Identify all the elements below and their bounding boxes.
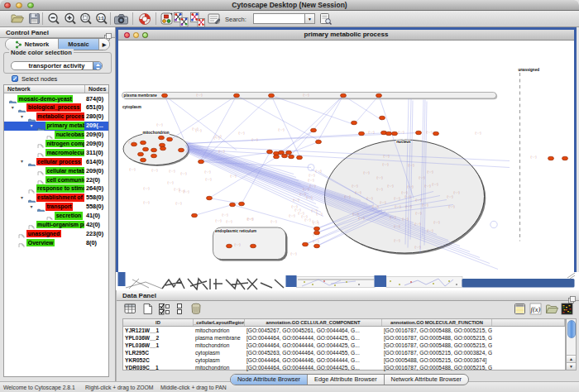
table-row[interactable]: YPL036W__2plasma membrane[GO:0044464, GO… — [123, 334, 565, 342]
network-node — [160, 146, 166, 151]
table-column-header[interactable]: annotation.GO MOLECULAR_FUNCTION — [382, 319, 492, 326]
scroll-down-button[interactable]: ▼ — [567, 362, 576, 370]
folder-icon — [37, 122, 45, 131]
window-fragment — [462, 279, 575, 288]
tree-expand-icon[interactable]: ▾ — [21, 158, 23, 164]
tree-expand-icon[interactable]: ▾ — [12, 104, 14, 110]
scroll-up-button[interactable]: ▲ — [567, 355, 576, 362]
tree-row-label[interactable]: response to stimul — [36, 184, 85, 193]
unselect-attributes-icon[interactable] — [175, 303, 185, 318]
network-node — [562, 156, 568, 160]
network-node — [289, 155, 294, 159]
table-cell — [492, 334, 565, 342]
table-row[interactable]: YDR039C__1mitochondrion[GO:0044464, GO:0… — [123, 364, 565, 371]
tree-header: Network Nodes — [4, 85, 108, 93]
tree-row[interactable]: ▾establishment of lo558(0) — [4, 194, 108, 203]
tree-row-node-count: 41(0) — [86, 212, 100, 220]
tab-node-attribute-browser[interactable]: Node Attribute Browser — [231, 375, 307, 385]
open-icon[interactable] — [10, 12, 24, 29]
tab-network-attribute-browser[interactable]: Network Attribute Browser — [384, 375, 468, 385]
tree-row[interactable]: secretion41(0) — [4, 212, 108, 221]
node-color-dropdown[interactable]: transporter activity — [11, 61, 103, 70]
table-row[interactable]: YKR052Ccytoplasm[GO:0044464, GO:0044446,… — [123, 356, 565, 364]
tree-row-label[interactable]: mosaic-demo-yeast — [17, 95, 73, 103]
attribute-batch-icon[interactable] — [514, 303, 526, 318]
node-label: (··-··) — [183, 190, 189, 194]
tree-row[interactable]: cellular metabo209(0) — [4, 166, 108, 175]
search-dropdown-button[interactable]: ▼ — [305, 13, 315, 24]
tree-row-label[interactable]: nitrogen compo — [45, 140, 85, 148]
tree-row[interactable]: response to stimul264(0) — [4, 184, 108, 194]
search-input[interactable] — [253, 13, 305, 24]
tree-row[interactable]: ▾transport558(0) — [4, 203, 108, 212]
tree-row-label[interactable]: macromolecule — [45, 149, 85, 157]
table-cell — [492, 327, 565, 334]
tree-row-label[interactable]: secretion — [55, 212, 83, 220]
tab-overflow-button[interactable]: ▶ — [98, 39, 109, 50]
tree-row-label[interactable]: transport — [45, 203, 73, 211]
network-window-titlebar[interactable]: primary metabolic process — [118, 30, 574, 41]
tree-row[interactable]: ▾primary metabo209(... — [4, 122, 108, 131]
tree-row-label[interactable]: cellular metabo — [45, 167, 85, 175]
table-row[interactable]: YJR121W__1mitochondrion[GO:0045267, GO:0… — [123, 327, 565, 334]
tab-edge-attribute-browser[interactable]: Edge Attribute Browser — [307, 375, 384, 385]
tree-row[interactable]: ▾cellular process614(0) — [4, 157, 108, 166]
tree-row[interactable]: Overview8(0) — [4, 238, 108, 247]
tree-row[interactable]: macromolecule311(0) — [4, 148, 108, 157]
tree-row-label[interactable]: multi-organism pro — [36, 221, 85, 229]
tree-row[interactable]: ▾metabolic process280(0) — [4, 112, 108, 122]
table-icon[interactable] — [124, 303, 136, 318]
tree-expand-icon[interactable]: ▾ — [30, 122, 32, 128]
table-column-header[interactable] — [492, 319, 565, 326]
tree-row-label[interactable]: cell communicat — [45, 176, 85, 184]
select-nodes-checkbox[interactable]: ✓ — [12, 75, 18, 82]
function-builder-icon[interactable]: f(x) — [529, 303, 542, 318]
tree-row[interactable]: ▾biological_process651(0) — [4, 103, 108, 112]
tree-expand-icon[interactable]: ▾ — [30, 203, 32, 209]
tree-row-label[interactable]: nucleobase- — [55, 131, 84, 139]
table-column-header[interactable]: _cellularLayoutRegion — [194, 319, 245, 326]
matrix-icon[interactable] — [561, 303, 573, 318]
table-row[interactable]: YLR295Ccytoplasm[GO:0045263, GO:0044464,… — [123, 349, 565, 356]
tree-row-label[interactable]: unassigned — [26, 230, 60, 238]
tree-row[interactable]: cell communicat22(0) — [4, 175, 108, 184]
network-canvas[interactable]: (··-··)(··-··)(··-··)(··-··)(··-··)(··-·… — [118, 41, 574, 283]
node-label: (··-··) — [309, 174, 314, 177]
tree-row[interactable]: nitrogen compo209(0) — [4, 139, 108, 148]
tree-row[interactable]: mosaic-demo-yeast874(0) — [4, 94, 108, 103]
tree-row-label[interactable]: metabolic process — [36, 112, 85, 121]
table-scrollbar[interactable]: ▲ ▼ — [566, 318, 577, 370]
tree-row-label[interactable]: establishment of lo — [36, 194, 85, 202]
new-network-from-selection-icon[interactable] — [160, 12, 174, 29]
tree-expand-icon[interactable]: ▾ — [21, 113, 23, 119]
network-minimize-button[interactable] — [133, 32, 139, 38]
folder-icon — [37, 203, 45, 212]
tree-row-node-count: 264(0) — [86, 184, 103, 193]
import-attributes-icon[interactable] — [545, 303, 558, 318]
float-panel-icon[interactable] — [568, 292, 576, 299]
tree-row[interactable]: multi-organism pro42(0) — [4, 220, 108, 229]
table-column-header[interactable]: annotation.GO CELLULAR_COMPONENT — [245, 319, 382, 326]
node-label: (··-··) — [293, 198, 299, 202]
tree-row[interactable]: unassigned223(0) — [4, 229, 108, 238]
scrollbar-thumb[interactable] — [567, 320, 576, 338]
tree-row[interactable]: nucleobase-209(0) — [4, 131, 108, 140]
new-attribute-icon[interactable] — [141, 303, 154, 318]
tree-row-label[interactable]: cellular process — [36, 158, 82, 166]
tree-row-label[interactable]: biological_process — [26, 103, 80, 112]
float-panel-icon[interactable] — [104, 29, 112, 36]
network-node — [416, 131, 422, 135]
table-column-header[interactable]: ID — [123, 319, 194, 326]
network-close-button[interactable] — [124, 32, 130, 38]
delete-attribute-icon[interactable] — [189, 302, 203, 318]
table-row[interactable]: YPL036W__1mitochondrion[GO:0044464, GO:0… — [123, 342, 565, 349]
tree-row-label[interactable]: primary metabo — [45, 122, 85, 130]
select-nodes-label: Select nodes — [22, 75, 57, 83]
select-attributes-icon[interactable] — [158, 303, 171, 318]
network-zoom-button[interactable] — [142, 32, 148, 38]
tree-row-label[interactable]: Overview — [26, 239, 55, 247]
node-label: (··-··) — [427, 229, 433, 232]
search-options-icon[interactable] — [318, 12, 333, 29]
tree-expand-icon[interactable]: ▾ — [21, 194, 23, 200]
save-icon[interactable] — [27, 12, 41, 29]
